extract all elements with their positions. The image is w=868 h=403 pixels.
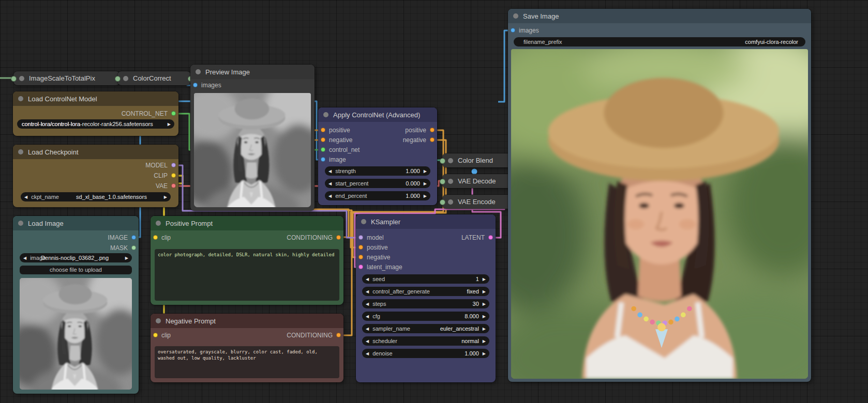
increment-arrow-icon[interactable] [483, 327, 486, 331]
output-slot-positive[interactable] [430, 128, 435, 132]
decrement-arrow-icon[interactable] [366, 327, 369, 331]
collapsed-input-slot[interactable] [11, 76, 17, 82]
choose-file-to-upload-button[interactable]: choose file to upload [20, 266, 132, 274]
node-color-blend[interactable]: Color Blend [442, 153, 516, 167]
input-slot-image[interactable] [321, 157, 325, 162]
increment-arrow-icon[interactable] [483, 277, 486, 282]
output-label-image: IMAGE [108, 234, 128, 241]
steps-widget[interactable]: steps 30 [362, 299, 489, 308]
node-image-scale-to-total-pix[interactable]: ImageScaleToTotalPix [13, 71, 120, 85]
increment-arrow-icon[interactable] [424, 194, 427, 198]
node-ksampler[interactable]: KSampler model LATENT positive negative … [356, 214, 496, 382]
filename-prefix-label: filename_prefix [523, 39, 562, 45]
node-load-image[interactable]: Load Image IMAGE MASK image Dennis-nocli… [13, 216, 139, 394]
output-slot-image[interactable] [131, 235, 136, 240]
node-collapse-icon[interactable] [513, 13, 518, 19]
collapsed-input-slot[interactable] [440, 199, 445, 205]
negative-prompt-textarea[interactable]: oversaturated, grayscale, blurry, color … [155, 346, 339, 378]
node-collapse-icon[interactable] [18, 221, 23, 226]
denoise-widget[interactable]: denoise 1.000 [362, 349, 489, 358]
output-slot-conditioning[interactable] [336, 333, 341, 337]
output-slot-conditioning[interactable] [336, 235, 341, 240]
increment-arrow-icon[interactable] [483, 302, 486, 306]
node-color-correct[interactable]: ColorCorrect [117, 71, 191, 85]
input-slot-images[interactable] [193, 83, 198, 87]
output-slot-mask[interactable] [131, 245, 136, 250]
sampler-name-widget[interactable]: sampler_name euler_ancestral [362, 324, 489, 333]
increment-arrow-icon[interactable] [424, 169, 427, 174]
filename-prefix-widget[interactable]: filename_prefix comfyui-clora-recolor [514, 37, 805, 47]
node-save-image[interactable]: Save Image images filename_prefix comfyu… [508, 9, 811, 382]
increment-arrow-icon[interactable] [483, 289, 486, 294]
input-slot-control-net[interactable] [321, 147, 325, 152]
decrement-arrow-icon[interactable] [23, 256, 26, 260]
decrement-arrow-icon[interactable] [366, 302, 369, 306]
increment-arrow-icon[interactable] [483, 339, 486, 344]
node-load-controlnet-model[interactable]: Load ControlNet Model CONTROL_NET contro… [13, 91, 178, 136]
node-title: Apply ControlNet (Advanced) [333, 111, 420, 119]
node-collapse-icon[interactable] [123, 76, 128, 81]
node-apply-controlnet-advanced[interactable]: Apply ControlNet (Advanced) positive pos… [318, 107, 437, 205]
positive-prompt-textarea[interactable]: color photograph, detailed, DSLR, natura… [155, 249, 339, 301]
output-label-conditioning: CONDITIONING [287, 234, 333, 241]
collapsed-input-slot[interactable] [440, 158, 445, 164]
node-vae-decode[interactable]: VAE Decode [442, 174, 516, 188]
node-load-checkpoint[interactable]: Load Checkpoint MODEL CLIP VAE ckpt_name… [13, 145, 178, 207]
control-after-generate-widget[interactable]: control_after_generate fixed [362, 287, 489, 296]
increment-arrow-icon[interactable] [168, 122, 171, 127]
node-collapse-icon[interactable] [448, 158, 453, 163]
collapsed-input-slot[interactable] [115, 76, 121, 82]
decrement-arrow-icon[interactable] [366, 289, 369, 294]
input-slot-positive[interactable] [358, 245, 363, 250]
decrement-arrow-icon[interactable] [366, 277, 369, 282]
decrement-arrow-icon[interactable] [366, 314, 369, 319]
node-preview-image[interactable]: Preview Image images [190, 65, 315, 211]
node-collapse-icon[interactable] [448, 179, 453, 184]
output-slot-clip[interactable] [171, 173, 176, 178]
end-percent-widget[interactable]: end_percent 1.000 [325, 191, 430, 200]
node-collapse-icon[interactable] [361, 219, 366, 224]
node-collapse-icon[interactable] [156, 221, 161, 226]
decrement-arrow-icon[interactable] [328, 194, 332, 198]
node-collapse-icon[interactable] [323, 112, 328, 117]
ckpt-name-widget[interactable]: ckpt_name sd_xl_base_1.0.safetensors [21, 192, 171, 202]
node-collapse-icon[interactable] [156, 318, 161, 323]
node-collapse-icon[interactable] [19, 76, 24, 81]
decrement-arrow-icon[interactable] [366, 351, 369, 356]
input-slot-negative[interactable] [358, 255, 363, 259]
node-positive-prompt[interactable]: Positive Prompt clip CONDITIONING color … [151, 216, 343, 305]
link-reroute-dot[interactable] [472, 169, 477, 175]
node-graph-canvas[interactable]: ImageScaleToTotalPix ColorCorrect Load C… [0, 0, 868, 403]
strength-widget[interactable]: strength 1.000 [325, 166, 430, 176]
start-percent-widget[interactable]: start_percent 0.000 [325, 179, 430, 188]
node-vae-encode[interactable]: VAE Encode [442, 195, 516, 209]
decrement-arrow-icon[interactable] [366, 339, 369, 344]
node-negative-prompt[interactable]: Negative Prompt clip CONDITIONING oversa… [151, 314, 343, 382]
output-slot-negative[interactable] [430, 137, 435, 142]
output-label-vae: VAE [156, 182, 168, 190]
increment-arrow-icon[interactable] [483, 314, 486, 319]
controlnet-name-widget[interactable]: control-lora/control-lora-recolor-rank25… [17, 119, 174, 129]
increment-arrow-icon[interactable] [424, 181, 427, 186]
cfg-widget[interactable]: cfg 8.000 [362, 312, 489, 321]
node-collapse-icon[interactable] [18, 96, 23, 101]
seed-widget[interactable]: seed 1 [362, 274, 489, 284]
decrement-arrow-icon[interactable] [328, 169, 332, 174]
node-collapse-icon[interactable] [18, 149, 23, 154]
output-slot-model[interactable] [171, 163, 176, 167]
scheduler-widget[interactable]: scheduler normal [362, 336, 489, 346]
input-slot-latent-image[interactable] [358, 265, 363, 269]
increment-arrow-icon[interactable] [164, 195, 167, 199]
collapsed-input-slot[interactable] [440, 179, 445, 184]
node-collapse-icon[interactable] [196, 69, 201, 74]
image-filename-widget[interactable]: image Dennis-noclip_03682_.png [20, 253, 132, 262]
node-collapse-icon[interactable] [448, 199, 453, 205]
decrement-arrow-icon[interactable] [24, 195, 27, 199]
output-slot-vae[interactable] [171, 183, 176, 188]
increment-arrow-icon[interactable] [125, 256, 128, 260]
decrement-arrow-icon[interactable] [328, 181, 332, 186]
output-slot-control-net[interactable] [171, 111, 176, 116]
increment-arrow-icon[interactable] [483, 351, 486, 356]
input-slot-images[interactable] [511, 28, 515, 33]
output-slot-latent[interactable] [488, 235, 493, 240]
